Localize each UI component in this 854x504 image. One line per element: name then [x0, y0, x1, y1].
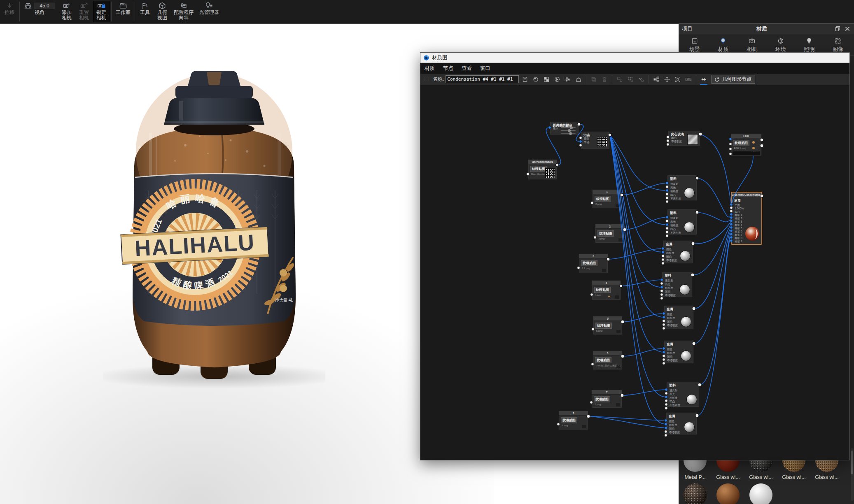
material-graph-titlebar[interactable]: 材质图: [420, 53, 849, 63]
add-camera-button[interactable]: 添加 相机: [58, 1, 75, 22]
fov-button[interactable]: 45.0视角: [21, 1, 58, 22]
adjust-slider[interactable]: [561, 127, 576, 128]
node-a2[interactable]: 2纹理贴图3.png: [595, 224, 625, 243]
trash-icon: [601, 76, 608, 83]
material-thumbnail[interactable]: [749, 483, 772, 504]
node-port-label: 标签 1: [735, 214, 742, 216]
node-port-label: 漫反射: [665, 279, 673, 282]
node-title: 纹理贴图: [581, 260, 597, 266]
bulb-icon: [805, 37, 813, 44]
light-manager-button[interactable]: 光管理器: [197, 1, 222, 22]
node-t4[interactable]: ECH纹理贴图ECH X.png100 %: [730, 133, 762, 156]
node-port-label: 颜色: [667, 313, 672, 316]
node-t2[interactable]: 污点颜色平铺: [581, 131, 610, 149]
geometry-node-button[interactable]: 几何图形节点: [712, 75, 755, 84]
studio-label: 工作室: [116, 10, 131, 15]
list-icon: [691, 37, 699, 44]
node-port-label: 不透明度: [670, 231, 681, 234]
float-panel-icon[interactable]: [834, 26, 841, 32]
menu-0[interactable]: 材质: [420, 63, 439, 74]
configurator-label: 配置程序 向导: [174, 10, 194, 21]
fit-view-button[interactable]: [673, 75, 682, 84]
node-b1[interactable]: 塑料漫反射高光粗糙度凹凸不透明度: [667, 175, 697, 201]
node-b4[interactable]: 塑料漫反射高光粗糙度凹凸不透明度: [662, 272, 693, 297]
node-a1[interactable]: 1纹理贴图2.png: [592, 189, 622, 209]
lock-camera-label: 锁定 相机: [96, 10, 106, 21]
geometry-view-button[interactable]: 几何 视图: [154, 1, 170, 22]
texture-thumbnail: [615, 295, 619, 299]
main-toolbar: 推移45.0视角添加 相机重置 相机锁定 相机工作室工具几何 视图配置程序 向导…: [0, 0, 854, 23]
node-b5[interactable]: 金属颜色粗糙度凹凸不透明度: [664, 305, 694, 330]
node-graph-canvas[interactable]: 要调整的颜色输入污点颜色平铺实心玻璃凹凸不透明度ECH纹理贴图ECH X.png…: [420, 85, 849, 460]
node-m[interactable]: Glas with Condensatio~材质平面1.000%凹凸标签 1标签…: [731, 192, 762, 244]
material-graph-menubar: 材质节点查看窗口: [420, 63, 849, 74]
adjust-slider[interactable]: [561, 130, 576, 131]
fov-label: 视角: [35, 10, 44, 15]
material-preview-sphere: [745, 227, 759, 241]
pan-label: 推移: [5, 10, 14, 15]
menu-2[interactable]: 查看: [457, 63, 476, 74]
node-port-label: 凹凸: [670, 228, 676, 230]
node-a0[interactable]: BeerCondensat1纹理贴图Beer-Conden.jpg: [528, 159, 557, 180]
node-title: 金属: [664, 306, 693, 311]
menu-3[interactable]: 窗口: [476, 63, 495, 74]
lock-camera-button[interactable]: 锁定 相机: [93, 1, 110, 22]
material-preview-sphere: [686, 394, 697, 405]
node-b6[interactable]: 金属颜色粗糙度凹凸不透明度: [664, 340, 694, 364]
node-a3[interactable]: 3纹理贴图3 1.png: [579, 253, 608, 274]
zoom-100-button[interactable]: 100: [684, 75, 693, 84]
configurator-button[interactable]: 配置程序 向导: [171, 1, 196, 22]
keyshot-app: 推移45.0视角添加 相机重置 相机锁定 相机工作室工具几何 视图配置程序 向导…: [0, 0, 854, 504]
texture-thumbnail: [616, 330, 621, 333]
node-title: 塑料: [667, 382, 699, 388]
texture-thumbnail: [582, 425, 586, 428]
node-a5[interactable]: 5纹理贴图5.png: [593, 316, 623, 335]
node-port-label: 粗糙度: [669, 423, 677, 426]
node-t1[interactable]: 要调整的颜色输入: [550, 121, 579, 135]
node-port-label: 颜色: [584, 137, 589, 140]
library-scrollbar[interactable]: [851, 448, 854, 501]
node-port-label: 凹凸: [665, 290, 670, 293]
menu-1[interactable]: 节点: [439, 63, 457, 74]
node-a8[interactable]: 8纹理贴图8.png: [558, 411, 588, 430]
render-button[interactable]: [553, 75, 562, 84]
fov-value[interactable]: 45.0: [34, 2, 55, 9]
show-connections-button[interactable]: [699, 75, 708, 84]
node-a4[interactable]: 4纹理贴图4.png◆: [592, 280, 621, 300]
tools-flag-icon: [141, 2, 149, 10]
node-header: 6: [593, 351, 622, 355]
node-header: 4: [592, 281, 621, 285]
auto-layout-button[interactable]: [652, 75, 661, 84]
keyshot-logo-icon: [423, 55, 429, 61]
node-b3[interactable]: 金属颜色粗糙度凹凸不透明度: [663, 240, 693, 264]
node-a7[interactable]: 7纹理贴图7.png: [591, 390, 622, 408]
node-port-label: 粗糙度: [667, 351, 675, 354]
node-a6[interactable]: 6纹理贴图中性灰_混合 1 画家 4.png: [593, 351, 623, 370]
material-thumbnail-label: Glass wi...: [811, 474, 842, 480]
studio-button[interactable]: 工作室: [113, 1, 133, 22]
save-button[interactable]: [520, 75, 530, 84]
close-panel-icon[interactable]: [844, 26, 851, 32]
toolbar-grip[interactable]: ⋮⋮: [423, 77, 429, 81]
material-ball-button[interactable]: [531, 75, 540, 84]
material-graph-toolbar: ⋮⋮ 名称: 100 几何图形节点: [420, 74, 849, 85]
node-b8[interactable]: 金属颜色粗糙度凹凸不透明度: [666, 412, 697, 435]
add-camera-label: 添加 相机: [62, 10, 72, 21]
node-t3[interactable]: 实心玻璃凹凸不透明度: [668, 130, 700, 146]
material-thumbnail[interactable]: [716, 483, 740, 504]
tools-button[interactable]: 工具: [137, 1, 153, 22]
node-port-label: 颜色: [667, 348, 672, 351]
node-b7[interactable]: 塑料漫反射高光粗糙度凹凸不透明度: [666, 381, 700, 407]
material-preview-sphere: [684, 422, 695, 432]
camera-lock-icon: [97, 2, 105, 10]
node-b2[interactable]: 塑料漫反射高光粗糙度凹凸不透明度: [667, 209, 697, 235]
material-thumbnail[interactable]: [684, 483, 707, 504]
material-name-input[interactable]: [446, 75, 519, 83]
node-title: 材质: [732, 197, 761, 203]
pan-view-button[interactable]: [663, 75, 672, 84]
checker-button[interactable]: [542, 75, 551, 84]
sliders-button[interactable]: [563, 75, 572, 84]
adjust-slider[interactable]: [561, 133, 576, 134]
window-title: 材质图: [432, 54, 448, 61]
texture-bag-button[interactable]: [574, 75, 583, 84]
